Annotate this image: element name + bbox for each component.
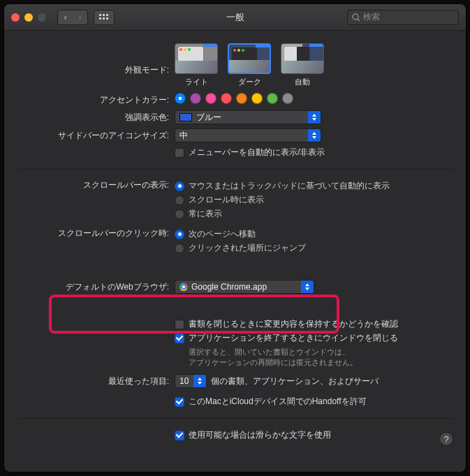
search-placeholder: 検索: [363, 11, 380, 23]
accent-swatch-0[interactable]: [175, 93, 186, 104]
chevron-updown-icon: [308, 129, 321, 142]
accent-swatch-5[interactable]: [251, 93, 263, 104]
search-input[interactable]: 検索: [347, 10, 459, 25]
help-button[interactable]: ?: [439, 432, 453, 446]
svg-rect-2: [106, 14, 108, 16]
titlebar: ‹ › 一般 検索: [4, 4, 466, 31]
show-all-button[interactable]: [94, 10, 115, 25]
accent-swatch-6[interactable]: [267, 93, 278, 104]
accent-swatch-4[interactable]: [236, 93, 247, 104]
checkbox-icon: [175, 320, 184, 329]
scrollbar-click-page[interactable]: 次のページへ移動: [175, 228, 452, 240]
grid-icon: [99, 14, 109, 21]
checkbox-icon: [175, 148, 184, 158]
checkbox-icon: [175, 397, 184, 407]
chrome-icon: [179, 283, 188, 291]
highlight-value: ブルー: [196, 112, 221, 124]
recent-items-select[interactable]: 10: [175, 374, 207, 388]
accent-swatch-3[interactable]: [221, 93, 232, 104]
appearance-options: ライト ダーク 自動: [175, 43, 452, 87]
search-icon: [352, 13, 360, 22]
highlight-label: 強調表示色:: [18, 110, 175, 124]
nav-back-forward[interactable]: ‹ ›: [57, 10, 88, 25]
scrollbar-show-auto[interactable]: マウスまたはトラックパッドに基づいて自動的に表示: [175, 180, 452, 192]
svg-rect-5: [106, 17, 108, 20]
chevron-right-icon[interactable]: ›: [73, 13, 87, 22]
sidebar-size-value: 中: [179, 130, 188, 142]
highlight-swatch-icon: [179, 113, 192, 121]
appearance-light[interactable]: ライト: [175, 43, 218, 87]
scrollbar-click-jump[interactable]: クリックされた場所にジャンプ: [175, 242, 452, 254]
zoom-icon: [38, 13, 46, 22]
chevron-updown-icon: [193, 375, 206, 387]
content: 外観モード: ライト ダーク 自動: [4, 31, 466, 454]
chevron-updown-icon: [301, 281, 314, 293]
recent-label: 最近使った項目:: [18, 374, 175, 387]
window-controls: [11, 13, 46, 22]
svg-point-6: [353, 14, 358, 20]
scrollbar-show-label: スクロールバーの表示:: [18, 178, 175, 191]
accent-swatch-7[interactable]: [282, 93, 293, 104]
radio-icon: [175, 244, 184, 253]
accent-swatch-2[interactable]: [205, 93, 216, 104]
font-smoothing-checkbox[interactable]: 使用可能な場合は滑らかな文字を使用: [175, 429, 452, 441]
appearance-dark[interactable]: ダーク: [228, 43, 271, 87]
appearance-label: 外観モード:: [18, 43, 175, 76]
close-icon[interactable]: [11, 13, 20, 22]
browser-label: デフォルトのWebブラウザ:: [18, 280, 175, 293]
checkbox-icon: [175, 334, 184, 343]
accent-label: アクセントカラー:: [18, 93, 175, 106]
radio-icon: [175, 230, 184, 239]
svg-rect-1: [103, 14, 105, 16]
recent-items-value: 10: [179, 376, 189, 386]
svg-rect-0: [99, 14, 101, 16]
ask-save-checkbox[interactable]: 書類を閉じるときに変更内容を保持するかどうかを確認: [175, 318, 452, 330]
menubar-autohide-checkbox[interactable]: メニューバーを自動的に表示/非表示: [175, 147, 452, 158]
minimize-icon[interactable]: [24, 13, 33, 22]
appearance-auto[interactable]: 自動: [281, 43, 324, 87]
recent-items-suffix: 個の書類、アプリケーション、およびサーバ: [211, 375, 379, 387]
close-windows-checkbox[interactable]: アプリケーションを終了するときにウインドウを閉じる: [175, 332, 452, 344]
separator: [18, 169, 452, 170]
accent-swatches: [175, 93, 452, 104]
scrollbar-click-label: スクロールバーのクリック時:: [18, 226, 175, 239]
chevron-left-icon[interactable]: ‹: [58, 13, 73, 22]
radio-icon: [175, 209, 184, 219]
checkbox-icon: [175, 431, 184, 440]
sidebar-label: サイドバーのアイコンサイズ:: [18, 128, 175, 142]
svg-line-7: [358, 19, 360, 21]
help-icon: ?: [443, 434, 448, 445]
chevron-updown-icon: [308, 111, 321, 124]
radio-icon: [175, 181, 184, 191]
scrollbar-show-scrolling[interactable]: スクロール時に表示: [175, 194, 452, 206]
default-browser-value: Google Chrome.app: [191, 282, 267, 292]
preferences-window: ‹ › 一般 検索 外観モード:: [4, 4, 466, 472]
scrollbar-show-always[interactable]: 常に表示: [175, 208, 452, 220]
svg-rect-3: [99, 17, 101, 20]
separator: [18, 418, 452, 419]
svg-rect-4: [103, 17, 105, 20]
highlight-select[interactable]: ブルー: [175, 110, 321, 124]
default-browser-select[interactable]: Google Chrome.app: [175, 280, 314, 294]
close-windows-note: 選択すると、開いていた書類とウインドウは、 アプリケーションの再開時には復元され…: [189, 347, 452, 367]
radio-icon: [175, 195, 184, 205]
sidebar-size-select[interactable]: 中: [175, 128, 321, 142]
handoff-checkbox[interactable]: このMacとiCloudデバイス間でのHandoffを許可: [175, 396, 452, 408]
accent-swatch-1[interactable]: [190, 93, 201, 104]
